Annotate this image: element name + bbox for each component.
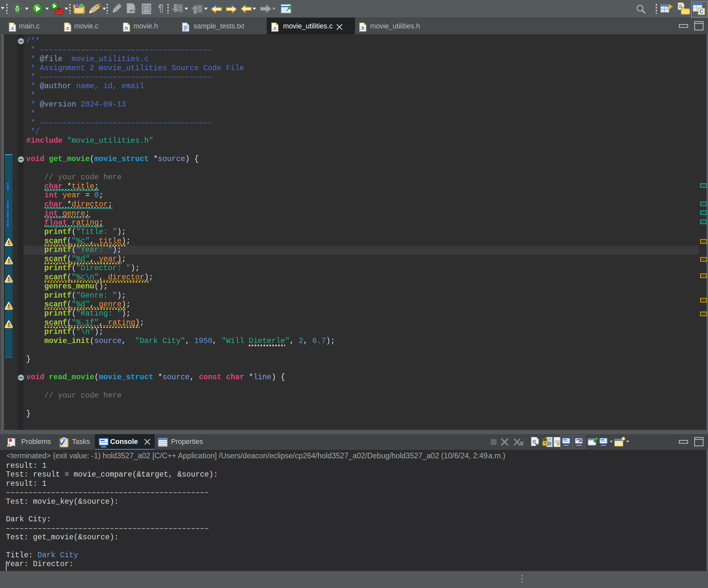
- svg-text:.h: .h: [360, 26, 364, 31]
- svg-text:.c: .c: [65, 26, 69, 31]
- svg-text:C: C: [700, 8, 703, 15]
- svg-text:.h: .h: [124, 26, 128, 31]
- svg-text:.c: .c: [273, 26, 276, 31]
- svg-text:.c: .c: [10, 26, 14, 31]
